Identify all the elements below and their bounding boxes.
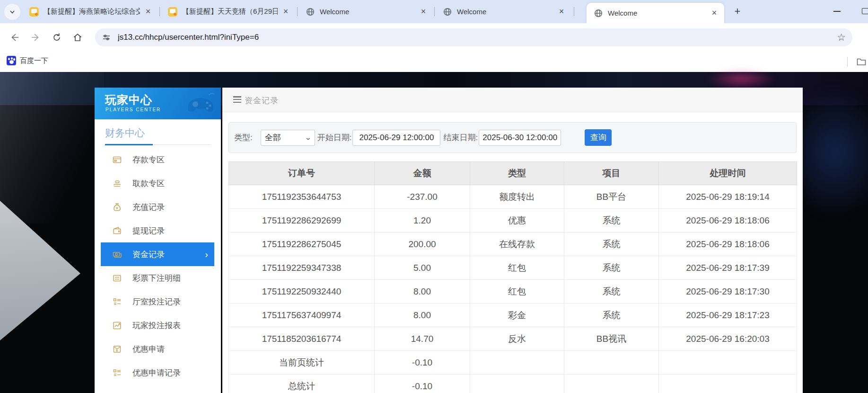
cell-empty (564, 351, 659, 375)
tab-title: 【新提醒】海燕策略论坛综合交 (44, 7, 140, 16)
cell-order-no: 1751192250932440 (229, 280, 375, 304)
bookmark-baidu[interactable]: 百度一下 (7, 56, 48, 65)
table-row: 1751192286275045 200.00 在线存款 系统 2025-06-… (229, 232, 797, 256)
cell-project: 系统 (564, 256, 659, 280)
site-settings-tune-icon (102, 33, 111, 42)
sidebar-item-funds-record[interactable]: 资金记录 › (101, 242, 214, 266)
tab-divider (297, 7, 298, 16)
type-label: 类型: (234, 132, 253, 143)
sidebar-item-promo-apply-record[interactable]: 优惠申请记录 (95, 361, 221, 384)
reload-button[interactable] (50, 31, 63, 44)
type-select[interactable]: 全部 ⌄ (261, 130, 315, 146)
sidebar-underline (105, 144, 211, 145)
tab-title: Welcome (457, 8, 553, 16)
end-date-input[interactable] (479, 130, 561, 146)
cell-project: 系统 (564, 304, 659, 327)
wallet-icon (113, 226, 122, 235)
search-button[interactable]: 查询 (585, 129, 612, 146)
gamepad-icon (184, 91, 217, 116)
cell-process-time: 2025-06-29 18:19:14 (659, 185, 797, 209)
end-date-label: 结束日期: (443, 132, 478, 143)
cell-project: 系统 (564, 209, 659, 232)
table-row-page-total: 当前页统计 -0.10 (229, 351, 797, 375)
sidebar-item-label: 充值记录 (132, 202, 165, 213)
minimize-icon[interactable] (833, 11, 841, 12)
cell-amount: 8.00 (375, 304, 470, 327)
sidebar-item-deposit[interactable]: 存款专区 (95, 148, 221, 171)
cell-order-no: 1751175637409974 (229, 304, 375, 327)
cell-type: 红包 (470, 256, 564, 280)
table-header-row: 订单号 金额 类型 项目 处理时间 (229, 162, 797, 185)
cell-amount: 200.00 (375, 232, 470, 256)
cell-project: 系统 (564, 280, 659, 304)
list-check-icon (113, 297, 122, 306)
chevron-down-icon (9, 8, 16, 16)
new-tab-button[interactable]: + (731, 6, 744, 18)
tab-welcome-2[interactable]: Welcome × (436, 0, 571, 23)
url-text[interactable]: js13.cc/hhcp/usercenter.html?iniType=6 (118, 33, 837, 42)
hamburger-icon[interactable] (233, 96, 241, 103)
forward-button[interactable] (29, 31, 42, 44)
sidebar-item-promo-apply[interactable]: ¥ 优惠申请 (95, 337, 221, 361)
close-icon[interactable]: × (418, 7, 429, 17)
cell-empty (564, 375, 659, 393)
sidebar: 玩家中心 PLAYERS CENTER 财务中心 存款专区 (95, 88, 221, 393)
start-date-input[interactable] (352, 130, 440, 146)
baidu-paw-icon (7, 56, 16, 65)
withdraw-hand-icon (113, 179, 122, 188)
tab-welcome-active[interactable]: Welcome × (587, 3, 724, 23)
background-pink-glow (706, 69, 777, 89)
chevron-down-icon: ⌄ (305, 134, 312, 141)
cell-amount: 1.20 (375, 209, 470, 232)
sidebar-section-title: 财务中心 (105, 126, 145, 140)
cell-type: 反水 (470, 327, 564, 351)
sidebar-item-recharge-record[interactable]: ¥ 充值记录 (95, 195, 221, 219)
sidebar-item-hall-bet-record[interactable]: 厅室投注记录 (95, 290, 221, 313)
page-title-bar: 资金记录 (222, 88, 803, 112)
cell-order-no: 1751192353644753 (229, 185, 375, 209)
close-icon[interactable]: × (556, 7, 567, 17)
maximize-icon[interactable] (862, 8, 868, 14)
tab-forum-1[interactable]: 【新提醒】海燕策略论坛综合交 × (22, 0, 158, 23)
bookmark-label: 百度一下 (20, 56, 48, 65)
cell-process-time: 2025-06-29 18:18:06 (659, 232, 797, 256)
cell-type: 红包 (470, 280, 564, 304)
col-project: 项目 (564, 162, 659, 185)
col-type: 类型 (470, 162, 564, 185)
sidebar-item-label: 存款专区 (132, 154, 165, 165)
cell-process-time: 2025-06-29 18:18:06 (659, 209, 797, 232)
sidebar-item-player-bet-report[interactable]: 玩家投注报表 (95, 313, 221, 337)
address-bar[interactable]: js13.cc/hhcp/usercenter.html?iniType=6 ☆ (95, 28, 852, 46)
bookmark-star-icon[interactable]: ☆ (837, 32, 846, 43)
tab-welcome-1[interactable]: Welcome × (298, 0, 433, 23)
globe-icon (306, 7, 315, 17)
tab-divider (434, 7, 435, 16)
sidebar-item-withdrawal-record[interactable]: 提现记录 (95, 219, 221, 242)
cell-amount: -237.00 (375, 185, 470, 209)
close-icon[interactable]: × (709, 8, 719, 18)
sidebar-item-withdraw[interactable]: 取款专区 (95, 171, 221, 195)
close-icon[interactable]: × (281, 7, 291, 17)
tab-title: Welcome (608, 9, 706, 17)
other-bookmarks-folder-icon[interactable] (856, 56, 867, 67)
cell-amount: 14.70 (375, 327, 470, 351)
banknotes-icon (113, 250, 122, 259)
main-panel: 资金记录 类型: 全部 ⌄ 开始日期: 结束日期: 查询 订单号 (222, 88, 803, 393)
cell-page-total-label: 当前页统计 (229, 351, 375, 375)
table-row: 1751192250932440 8.00 红包 系统 2025-06-29 1… (229, 280, 797, 304)
cell-type: 彩金 (470, 304, 564, 327)
sidebar-menu: 存款专区 取款专区 ¥ 充值记录 提现记录 资金记录 › (95, 148, 221, 384)
sidebar-item-label: 提现记录 (132, 225, 165, 236)
cell-type: 在线存款 (470, 232, 564, 256)
tab-divider (159, 7, 160, 16)
close-icon[interactable]: × (143, 7, 153, 17)
home-button[interactable] (71, 31, 84, 44)
col-amount: 金额 (375, 162, 470, 185)
tab-forum-2[interactable]: 【新提醒】天天竞猜（6月29日 × (161, 0, 296, 23)
sidebar-item-lottery-bet-detail[interactable]: 彩票下注明细 (95, 266, 221, 290)
cell-amount: 8.00 (375, 280, 470, 304)
back-button[interactable] (8, 31, 21, 44)
col-order-no: 订单号 (229, 162, 375, 185)
browser-toolbar: js13.cc/hhcp/usercenter.html?iniType=6 ☆ (0, 23, 868, 52)
tab-search-button[interactable] (4, 4, 20, 20)
